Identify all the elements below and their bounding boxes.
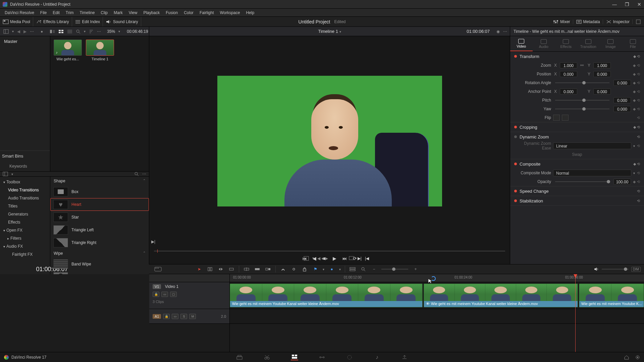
audiofx-group[interactable]: Audio FX	[0, 242, 50, 250]
project-settings-icon[interactable]	[635, 355, 640, 360]
menu-color[interactable]: Color	[181, 9, 196, 16]
menu-fusion[interactable]: Fusion	[163, 9, 180, 16]
media-page-button[interactable]	[236, 354, 243, 360]
color-page-button[interactable]	[346, 354, 353, 360]
v1-track[interactable]: Wie geht es mit meinem Youtube Kanal wei…	[230, 282, 644, 309]
zoom-slider[interactable]	[381, 269, 408, 269]
anchor-x-input[interactable]: 0.000	[560, 88, 577, 95]
inspector-tab-audio[interactable]: Audio	[533, 36, 555, 51]
effects-library-toggle[interactable]: Effects Library	[43, 19, 69, 24]
zoom-in-icon[interactable]: +	[412, 266, 419, 272]
fx-item-triangle-left[interactable]: Triangle Left	[50, 224, 149, 236]
sound-library-toggle[interactable]: Sound Library	[113, 19, 138, 24]
menu-trim[interactable]: Trim	[63, 9, 76, 16]
composite-mode-select[interactable]: Normal	[553, 170, 631, 176]
tree-filters[interactable]: Filters	[0, 234, 50, 242]
timeline-clip[interactable]: Wie geht es mit meinem Youtube Kanal wei…	[230, 284, 423, 307]
flip-h-button[interactable]	[553, 115, 560, 121]
inspector-tab-transition[interactable]: Transition	[577, 36, 600, 51]
play-button[interactable]: ▶	[332, 255, 338, 261]
metadata-toggle[interactable]: Metadata	[583, 19, 600, 24]
fusion-page-button[interactable]	[318, 354, 326, 360]
effects-layout-icon[interactable]	[3, 172, 8, 176]
a1-lock-icon[interactable]: 🔒	[163, 314, 170, 319]
search-dropdown[interactable]: ▾	[84, 29, 86, 33]
timeline-ruler[interactable]: 01:00:00:00 01:00:12:00 01:00:24:00 01:0…	[230, 274, 644, 282]
speed-change-header[interactable]: Speed Change	[520, 189, 549, 194]
fx-item-band-wipe[interactable]: Band Wipe	[50, 258, 149, 270]
fx-item-box[interactable]: Box	[50, 185, 149, 198]
effects-more-icon[interactable]: ⋯	[142, 172, 146, 176]
lock-track-icon[interactable]: 🔒	[153, 292, 159, 297]
smart-bins-header[interactable]: Smart Bins	[0, 150, 50, 161]
dz-ease-select[interactable]: Linear	[553, 142, 631, 149]
viewer-timecode[interactable]: 01:00:06:07	[467, 29, 490, 34]
go-out-icon[interactable]: |◀	[365, 256, 369, 261]
zoom-out-icon[interactable]: −	[371, 266, 377, 272]
reset-icon[interactable]: ⟲	[637, 63, 640, 68]
pitch-slider[interactable]	[555, 100, 609, 101]
wipe-group-title[interactable]: Wipe	[54, 251, 63, 256]
clip-item[interactable]: ♪ Wie geht es...	[54, 40, 82, 61]
trim-tool[interactable]	[207, 266, 213, 272]
zoom-percent[interactable]: 35%	[107, 29, 115, 34]
tree-fairlight-fx[interactable]: Fairlight FX	[0, 250, 50, 258]
inspector-tab-image[interactable]: Image	[599, 36, 622, 51]
transform-header[interactable]: Transform	[520, 54, 539, 59]
toolbox-group[interactable]: Toolbox	[0, 178, 50, 186]
a1-mute-button[interactable]: M	[189, 314, 196, 319]
menu-clip[interactable]: Clip	[98, 9, 110, 16]
rotation-slider[interactable]	[555, 82, 609, 83]
timeline-view-options-icon[interactable]	[349, 266, 356, 272]
menu-help[interactable]: Help	[243, 9, 257, 16]
timeline-timecode[interactable]: 01:00:06:07	[23, 266, 80, 273]
a1-solo-button[interactable]: S	[180, 314, 187, 319]
inspector-tab-file[interactable]: File	[622, 36, 644, 51]
cut-page-button[interactable]	[263, 354, 271, 360]
playhead[interactable]	[575, 274, 576, 352]
speaker-icon[interactable]	[594, 267, 599, 272]
opacity-slider[interactable]	[555, 181, 609, 182]
flag-icon[interactable]: ⚑	[312, 266, 319, 272]
home-icon[interactable]	[624, 355, 629, 360]
viewer-scrubber[interactable]	[149, 246, 510, 253]
composite-header[interactable]: Composite	[520, 162, 540, 167]
blade-tool[interactable]	[228, 266, 235, 272]
fx-item-star[interactable]: Star	[50, 211, 149, 224]
jump-next-icon[interactable]: ▶|	[151, 239, 155, 244]
dynamic-trim-tool[interactable]	[217, 266, 224, 272]
openfx-group[interactable]: Open FX	[0, 226, 50, 234]
menu-playback[interactable]: Playback	[141, 9, 162, 16]
keyframe-icon[interactable]: ◆	[633, 63, 636, 68]
keyboard-icon[interactable]	[154, 267, 162, 272]
a1-track[interactable]	[230, 309, 644, 324]
edit-index-toggle[interactable]: Edit Index	[82, 19, 100, 24]
link-clips-icon[interactable]	[290, 266, 297, 272]
selection-tool[interactable]: ➤	[196, 266, 203, 272]
blade-edit-icon[interactable]	[280, 266, 286, 272]
edit-page-button[interactable]	[291, 354, 298, 360]
last-frame-button[interactable]: ⏭	[342, 255, 348, 261]
dynamic-zoom-header[interactable]: Dynamic Zoom	[520, 134, 549, 139]
pos-x-input[interactable]: 0.000	[560, 71, 577, 77]
lock-icon[interactable]	[301, 266, 308, 272]
tree-titles[interactable]: Titles	[0, 202, 50, 210]
rotation-input[interactable]: 0.000	[613, 80, 631, 86]
timeline-clip[interactable]: Wie geht es mit meinem Youtube K...	[579, 284, 644, 307]
timeline-name[interactable]: Timeline 1	[318, 29, 338, 34]
pool-layout-dropdown[interactable]: ▾	[12, 29, 14, 33]
metadata-view-icon[interactable]	[50, 29, 55, 34]
full-screen-icon[interactable]	[635, 19, 641, 24]
anchor-y-input[interactable]: 0.000	[593, 88, 611, 95]
pos-y-input[interactable]: 0.000	[593, 71, 611, 77]
shape-group-title[interactable]: Shape	[54, 179, 65, 183]
insert-clip-icon[interactable]	[243, 266, 250, 272]
sort-icon[interactable]	[89, 29, 94, 34]
tree-video-transitions[interactable]: Video Transitions	[0, 186, 50, 194]
tree-effects[interactable]: Effects	[0, 218, 50, 226]
yaw-slider[interactable]	[555, 109, 609, 109]
close-button[interactable]: ✕	[637, 2, 641, 7]
program-viewer[interactable]: ▶|	[149, 36, 510, 246]
pool-layout-icon[interactable]	[3, 29, 9, 34]
auto-select-icon[interactable]: ▭	[161, 292, 168, 297]
